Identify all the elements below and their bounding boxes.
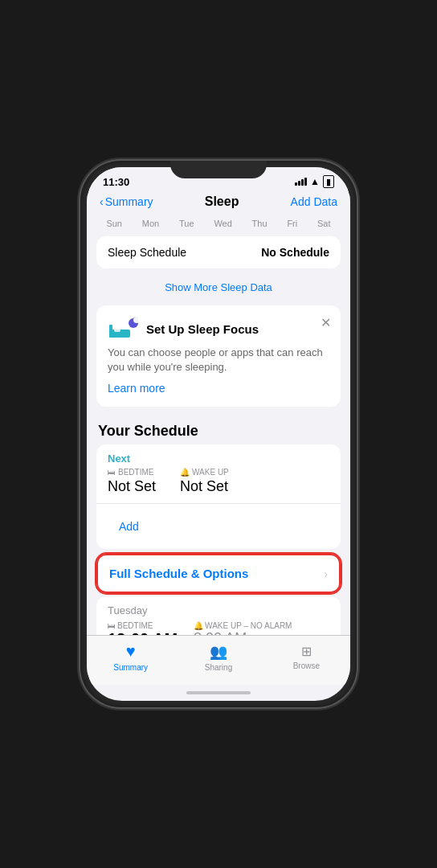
wifi-icon: ▲ [310, 176, 320, 187]
tuesday-wakeup-label: WAKE UP – NO ALARM [205, 621, 292, 630]
sleep-focus-desc: You can choose people or apps that can r… [108, 346, 329, 375]
your-schedule-heading: Your Schedule [87, 411, 350, 444]
day-sat[interactable]: Sat [317, 219, 331, 228]
schedule-next-item: Next 🛏 BEDTIME Not Set 🔔 [96, 444, 341, 504]
tab-summary-label: Summary [113, 663, 148, 672]
back-button[interactable]: ‹ Summary [100, 195, 153, 208]
wakeup-label: WAKE UP [192, 468, 229, 477]
bedtime-col: 🛏 BEDTIME Not Set [108, 468, 156, 495]
tuesday-wakeup-header: 🔔 WAKE UP – NO ALARM [194, 621, 292, 630]
wakeup-value: Not Set [180, 478, 229, 495]
sleep-focus-card: Set Up Sleep Focus ✕ You can choose peop… [96, 305, 341, 407]
schedule-next-label: Next [108, 452, 329, 465]
day-wed[interactable]: Wed [214, 219, 231, 228]
sleep-schedule-row: Sleep Schedule No Schedule [96, 236, 341, 268]
sleep-focus-icon [108, 317, 138, 341]
bed-icon-small: 🛏 [108, 468, 116, 477]
battery-icon: ▮ [323, 175, 334, 188]
learn-more-link[interactable]: Learn more [108, 382, 165, 395]
notch [170, 161, 267, 178]
tuesday-bedtime-label: BEDTIME [117, 621, 153, 630]
tab-summary[interactable]: ♥ Summary [99, 642, 163, 672]
sleep-focus-header: Set Up Sleep Focus [108, 317, 329, 341]
browse-icon: ⊞ [301, 644, 312, 659]
bedtime-label: BEDTIME [118, 468, 153, 477]
alarm-icon-tuesday: 🔔 [194, 621, 203, 630]
show-more-sleep-link[interactable]: Show More Sleep Data [87, 273, 350, 301]
bed-icon-tuesday: 🛏 [108, 621, 116, 630]
full-schedule-label: Full Schedule & Options [109, 567, 248, 580]
page-title: Sleep [205, 194, 239, 209]
day-thu[interactable]: Thu [252, 219, 268, 228]
home-bar [186, 691, 251, 694]
tab-sharing-label: Sharing [205, 663, 232, 672]
add-schedule-item[interactable]: Add [96, 504, 341, 549]
add-data-button[interactable]: Add Data [291, 195, 337, 208]
add-link[interactable]: Add [108, 512, 329, 541]
wakeup-header: 🔔 WAKE UP [180, 468, 229, 477]
day-mon[interactable]: Mon [142, 219, 159, 228]
heart-icon: ♥ [126, 642, 136, 661]
day-fri[interactable]: Fri [287, 219, 297, 228]
wakeup-col: 🔔 WAKE UP Not Set [180, 468, 229, 495]
tuesday-bedtime-header: 🛏 BEDTIME [108, 621, 178, 630]
day-sun[interactable]: Sun [106, 219, 122, 228]
sleep-schedule-card: Sleep Schedule No Schedule [96, 236, 341, 268]
tuesday-card: Tuesday 🛏 BEDTIME 12:00 AM 🔔 WAKE UP – N… [96, 596, 341, 635]
sleep-schedule-label: Sleep Schedule [108, 246, 186, 259]
schedule-card: Next 🛏 BEDTIME Not Set 🔔 [96, 444, 341, 549]
tab-browse-label: Browse [293, 661, 320, 670]
tuesday-label: Tuesday [108, 604, 329, 616]
phone-frame: 11:30 ▲ ▮ ‹ Summary Sleep Add Data [80, 161, 357, 707]
close-button[interactable]: ✕ [321, 315, 331, 330]
show-more-sleep-anchor[interactable]: Show More Sleep Data [165, 281, 272, 293]
day-tue[interactable]: Tue [179, 219, 194, 228]
phone-screen: 11:30 ▲ ▮ ‹ Summary Sleep Add Data [87, 167, 350, 701]
svg-rect-1 [109, 325, 112, 338]
home-indicator [87, 685, 350, 701]
alarm-icon-small: 🔔 [180, 468, 190, 477]
tuesday-times: 🛏 BEDTIME 12:00 AM 🔔 WAKE UP – NO ALARM … [108, 621, 329, 635]
tab-sharing[interactable]: 👥 Sharing [186, 643, 251, 672]
tab-bar: ♥ Summary 👥 Sharing ⊞ Browse [87, 635, 350, 685]
day-picker: Sun Mon Tue Wed Thu Fri Sat [87, 215, 350, 231]
svg-rect-2 [114, 327, 120, 332]
tab-browse[interactable]: ⊞ Browse [274, 644, 338, 670]
full-schedule-button[interactable]: Full Schedule & Options › [96, 554, 341, 593]
bedtime-header: 🛏 BEDTIME [108, 468, 156, 477]
status-time: 11:30 [103, 176, 129, 188]
tuesday-wakeup-col: 🔔 WAKE UP – NO ALARM 8:00 AM [194, 621, 292, 635]
sleep-schedule-value: No Schedule [261, 246, 329, 259]
sharing-icon: 👥 [210, 643, 227, 661]
status-icons: ▲ ▮ [295, 175, 334, 188]
signal-icon [295, 178, 307, 186]
sleep-focus-title: Set Up Sleep Focus [146, 322, 329, 336]
nav-bar: ‹ Summary Sleep Add Data [87, 191, 350, 215]
bedtime-value: Not Set [108, 478, 156, 495]
scroll-content: Sleep Schedule No Schedule Show More Sle… [87, 231, 350, 635]
back-label: Summary [105, 195, 153, 208]
chevron-right-icon: › [324, 567, 328, 580]
tuesday-bedtime-col: 🛏 BEDTIME 12:00 AM [108, 621, 178, 635]
schedule-times: 🛏 BEDTIME Not Set 🔔 WAKE UP Not Set [108, 468, 329, 495]
chevron-left-icon: ‹ [100, 195, 104, 208]
